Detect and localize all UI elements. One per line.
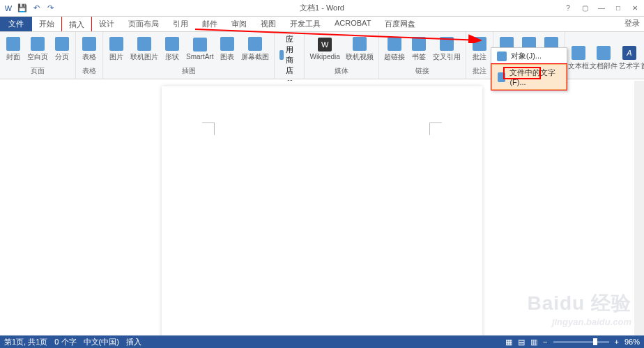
screenshot-button[interactable]: 屏幕截图 <box>239 33 271 65</box>
dropcap-button[interactable]: 首字下沉 <box>641 33 644 84</box>
maximize-button[interactable]: □ <box>613 4 623 12</box>
crossref-button[interactable]: 交叉引用 <box>431 33 463 65</box>
smartart-icon <box>193 38 207 52</box>
document-area[interactable] <box>0 81 644 335</box>
bookmark-button[interactable]: 书签 <box>408 33 429 65</box>
undo-icon[interactable]: ↶ <box>31 3 42 14</box>
status-language[interactable]: 中文(中国) <box>84 337 119 347</box>
group-label: 媒体 <box>307 65 375 77</box>
hyperlink-button[interactable]: 超链接 <box>382 33 407 65</box>
group-comments: 批注 批注 <box>466 32 493 79</box>
tab-layout[interactable]: 页面布局 <box>121 16 166 31</box>
help-icon[interactable]: ? <box>563 4 573 12</box>
online-picture-icon <box>137 37 151 51</box>
comment-button[interactable]: 批注 <box>469 33 490 65</box>
ribbon-tabs: 文件 开始 插入 设计 页面布局 引用 邮件 审阅 视图 开发工具 ACROBA… <box>0 17 644 32</box>
tab-developer[interactable]: 开发工具 <box>283 16 328 31</box>
screenshot-icon <box>248 37 262 51</box>
tab-home[interactable]: 开始 <box>32 16 61 31</box>
group-tables: 表格 表格 <box>76 32 103 79</box>
table-icon <box>82 37 96 51</box>
object-icon <box>497 52 507 61</box>
zoom-thumb[interactable] <box>593 338 597 345</box>
status-page[interactable]: 第1页, 共1页 <box>4 337 47 347</box>
table-button[interactable]: 表格 <box>79 33 100 65</box>
tab-baidu[interactable]: 百度网盘 <box>378 16 422 31</box>
word-icon: W <box>3 3 14 14</box>
save-icon[interactable]: 💾 <box>17 3 28 14</box>
textbox-button[interactable]: 文本框 <box>568 33 589 84</box>
shapes-button[interactable]: 形状 <box>162 33 183 65</box>
chart-button[interactable]: 图表 <box>217 33 238 65</box>
pictures-button[interactable]: 图片 <box>106 33 127 65</box>
hyperlink-icon <box>388 37 401 51</box>
group-label: 表格 <box>79 65 100 77</box>
wordart-button[interactable]: A艺术字 <box>619 33 640 84</box>
zoom-slider[interactable] <box>553 341 609 343</box>
view-read-icon[interactable]: ▤ <box>518 338 525 347</box>
document-page[interactable] <box>162 86 482 335</box>
status-bar: 第1页, 共1页 0 个字 中文(中国) 插入 ▦ ▤ ▥ − + 96% <box>0 335 644 348</box>
video-icon <box>353 37 367 51</box>
tab-review[interactable]: 审阅 <box>224 16 254 31</box>
ribbon-options-icon[interactable]: ▢ <box>580 4 590 12</box>
wikipedia-button[interactable]: WWikipedia <box>307 33 342 65</box>
group-label: 链接 <box>382 65 463 77</box>
title-bar: W 💾 ↶ ↷ 文档1 - Word ? ▢ — □ ✕ <box>0 0 644 17</box>
group-label: 批注 <box>469 65 490 77</box>
quick-access-toolbar: W 💾 ↶ ↷ <box>0 3 56 14</box>
tab-acrobat[interactable]: ACROBAT <box>328 16 378 31</box>
cover-icon <box>6 37 20 51</box>
tab-design[interactable]: 设计 <box>92 16 121 31</box>
break-icon <box>55 37 69 51</box>
window-title: 文档1 - Word <box>300 3 344 13</box>
close-button[interactable]: ✕ <box>630 4 640 12</box>
object-dropdown-menu: 对象(J)... 文件中的文字(F)... <box>491 47 567 90</box>
tab-references[interactable]: 引用 <box>166 16 195 31</box>
app-store-button[interactable]: 应用商店 <box>277 33 301 77</box>
quickparts-icon <box>597 46 611 60</box>
quickparts-button[interactable]: 文档部件 <box>590 33 617 84</box>
group-label: 插图 <box>106 65 271 77</box>
menu-item-object[interactable]: 对象(J)... <box>491 48 567 64</box>
zoom-out-button[interactable]: − <box>543 338 547 346</box>
status-wordcount[interactable]: 0 个字 <box>54 337 76 347</box>
chart-icon <box>220 37 234 51</box>
status-mode[interactable]: 插入 <box>126 337 141 347</box>
group-media: WWikipedia 联机视频 媒体 <box>305 32 378 79</box>
login-link[interactable]: 登录 <box>624 18 640 29</box>
menu-item-text-from-file[interactable]: 文件中的文字(F)... <box>491 64 567 90</box>
file-tab[interactable]: 文件 <box>0 16 32 31</box>
online-pictures-button[interactable]: 联机图片 <box>128 33 160 65</box>
wikipedia-icon: W <box>318 38 332 52</box>
text-from-file-icon <box>498 72 505 82</box>
vertical-scrollbar[interactable] <box>634 81 644 335</box>
redo-icon[interactable]: ↷ <box>45 3 56 14</box>
tab-view[interactable]: 视图 <box>254 16 283 31</box>
wordart-icon: A <box>622 46 636 60</box>
zoom-in-button[interactable]: + <box>615 338 619 346</box>
group-text: 文本框 文档部件 A艺术字 首字下沉 签名行 日期和时间 对象 ▾ 文本 <box>565 32 644 79</box>
tab-insert[interactable]: 插入 <box>61 16 92 31</box>
view-web-icon[interactable]: ▥ <box>530 338 537 347</box>
view-print-icon[interactable]: ▦ <box>505 338 512 347</box>
page-break-button[interactable]: 分页 <box>52 33 72 65</box>
group-apps: 应用商店 我的应用 应用程序 <box>275 32 305 79</box>
group-illustrations: 图片 联机图片 形状 SmartArt 图表 屏幕截图 插图 <box>103 32 275 79</box>
crossref-icon <box>440 37 454 51</box>
margin-corner-icon <box>429 122 442 135</box>
online-video-button[interactable]: 联机视频 <box>344 33 376 65</box>
group-label: 页面 <box>3 65 72 77</box>
bookmark-icon <box>412 37 426 51</box>
zoom-level[interactable]: 96% <box>624 338 640 346</box>
group-pages: 封面 空白页 分页 页面 <box>0 32 76 79</box>
tab-mailings[interactable]: 邮件 <box>195 16 224 31</box>
margin-corner-icon <box>202 122 215 135</box>
smartart-button[interactable]: SmartArt <box>184 33 215 65</box>
blank-page-button[interactable]: 空白页 <box>25 33 50 65</box>
shapes-icon <box>165 37 179 51</box>
cover-page-button[interactable]: 封面 <box>3 33 24 65</box>
store-icon <box>279 50 284 60</box>
minimize-button[interactable]: — <box>597 4 606 12</box>
blank-icon <box>31 37 45 51</box>
